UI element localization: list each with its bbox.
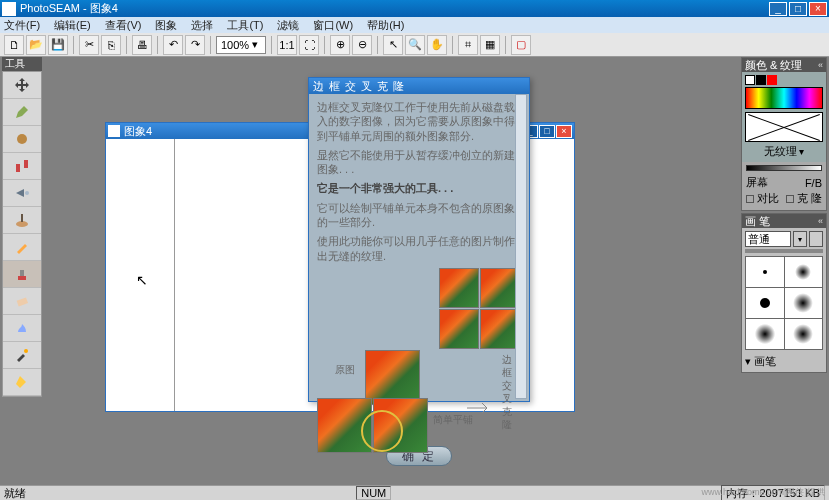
dialog-text-3: 它是一个非常强大的工具. . .	[317, 181, 521, 195]
tool-panel-header: 工具	[2, 57, 42, 71]
brush-mode-dropdown-icon[interactable]: ▾	[793, 231, 807, 247]
workspace: 工具 图象4 _ □ × ↖	[0, 57, 829, 485]
pointer-button[interactable]: ↖	[383, 35, 403, 55]
highlight-circle-icon	[361, 410, 403, 452]
svg-rect-1	[16, 164, 20, 172]
tool-airbrush[interactable]	[3, 180, 41, 207]
print-button[interactable]: 🖶	[132, 35, 152, 55]
contrast-checkbox[interactable]	[746, 195, 754, 203]
svg-point-3	[25, 191, 29, 195]
app-title: PhotoSEAM - 图象4	[20, 1, 118, 16]
right-panels: 颜色 & 纹理« 无纹理 ▾ 屏幕F/B 对比克 隆 画 笔«	[741, 57, 827, 373]
menu-select[interactable]: 选择	[191, 18, 213, 33]
menu-file[interactable]: 文件(F)	[4, 18, 40, 33]
sample-tile-3	[439, 309, 479, 349]
open-button[interactable]: 📂	[26, 35, 46, 55]
brush-preset-5[interactable]	[746, 319, 784, 349]
texture-preview[interactable]	[745, 112, 823, 142]
window-buttons: _ □ ×	[769, 2, 827, 16]
sample-tile-2	[480, 268, 520, 308]
panel-collapse-icon[interactable]: «	[818, 60, 823, 70]
brush-preset-1[interactable]	[746, 257, 784, 287]
brush-size-slider[interactable]	[745, 249, 823, 253]
tool-fill[interactable]	[3, 369, 41, 396]
zoom-fit-button[interactable]: ⛶	[299, 35, 319, 55]
cut-button[interactable]: ✂	[79, 35, 99, 55]
dialog-scrollbar[interactable]	[515, 94, 527, 399]
tool-pen[interactable]	[3, 99, 41, 126]
close-button[interactable]: ×	[809, 2, 827, 16]
swatch-black[interactable]	[756, 75, 766, 85]
sample-original	[365, 350, 420, 405]
zoom-out-button[interactable]: ⊖	[352, 35, 372, 55]
redo-button[interactable]: ↷	[185, 35, 205, 55]
brush-section-label[interactable]: 画笔	[754, 355, 776, 367]
svg-rect-6	[18, 276, 26, 280]
brightness-slider[interactable]	[746, 165, 822, 171]
minimize-button[interactable]: _	[769, 2, 787, 16]
grid-button[interactable]: ▦	[480, 35, 500, 55]
dialog-titlebar[interactable]: 边 框 交 叉 克 隆	[309, 78, 529, 94]
zoom-11-button[interactable]: 1:1	[277, 35, 297, 55]
svg-rect-2	[24, 160, 28, 168]
tool-eraser[interactable]	[3, 288, 41, 315]
zoom-select[interactable]: 100% ▾	[216, 36, 266, 54]
brush-preset-6[interactable]	[785, 319, 823, 349]
svg-point-9	[24, 349, 28, 353]
brush-preset-3[interactable]	[746, 288, 784, 318]
hand-button[interactable]: ✋	[427, 35, 447, 55]
dialog-text-4: 它可以绘制平铺单元本身不包含的原图象的一些部分.	[317, 201, 521, 230]
tool-brush-soft[interactable]	[3, 126, 41, 153]
tool-stamp[interactable]	[3, 261, 41, 288]
dialog-text-1: 边框交叉克隆仅工作于使用先前从磁盘载入的数字图像，因为它需要从原图象中得到平铺单…	[317, 100, 521, 143]
menu-tools[interactable]: 工具(T)	[227, 18, 263, 33]
zoom-in-button[interactable]: ⊕	[330, 35, 350, 55]
menu-help[interactable]: 帮助(H)	[367, 18, 404, 33]
swatch-white[interactable]	[745, 75, 755, 85]
fb-label: F/B	[805, 177, 822, 189]
new-button[interactable]: 🗋	[4, 35, 24, 55]
status-num: NUM	[356, 486, 391, 500]
contrast-label: 对比	[757, 192, 779, 204]
tool-paint[interactable]	[3, 207, 41, 234]
child-maximize-button[interactable]: □	[539, 125, 555, 138]
brush-panel-collapse-icon[interactable]: «	[818, 216, 823, 226]
dialog-text-2: 显然它不能使用于从暂存缓冲创立的新建图象. . .	[317, 148, 521, 177]
record-button[interactable]: ▢	[511, 35, 531, 55]
clone-label: 克 隆	[797, 192, 822, 204]
crop-button[interactable]: ⌗	[458, 35, 478, 55]
menu-window[interactable]: 窗口(W)	[313, 18, 353, 33]
tool-smudge[interactable]	[3, 315, 41, 342]
cross-clone-dialog: 边 框 交 叉 克 隆 边框交叉克隆仅工作于使用先前从磁盘载入的数字图像，因为它…	[308, 77, 530, 402]
menu-edit[interactable]: 编辑(E)	[54, 18, 91, 33]
menu-image[interactable]: 图象	[155, 18, 177, 33]
brush-mode-select[interactable]: 普通	[745, 231, 791, 247]
maximize-button[interactable]: □	[789, 2, 807, 16]
tool-color-picker[interactable]	[3, 342, 41, 369]
undo-button[interactable]: ↶	[163, 35, 183, 55]
status-ready: 就绪	[4, 486, 26, 501]
tool-clone[interactable]	[3, 153, 41, 180]
svg-point-0	[17, 134, 27, 144]
swatch-red[interactable]	[767, 75, 777, 85]
copy-button[interactable]: ⎘	[101, 35, 121, 55]
color-swatches	[745, 75, 823, 85]
brush-mode-extra-button[interactable]	[809, 231, 823, 247]
app-icon	[2, 2, 16, 16]
svg-rect-7	[20, 270, 24, 276]
menubar: 文件(F) 编辑(E) 查看(V) 图象 选择 工具(T) 滤镜 窗口(W) 帮…	[0, 17, 829, 33]
menu-view[interactable]: 查看(V)	[105, 18, 142, 33]
no-texture-label: 无纹理	[764, 145, 797, 157]
brush-preset-4[interactable]	[785, 288, 823, 318]
tool-move[interactable]	[3, 72, 41, 99]
brush-preset-2[interactable]	[785, 257, 823, 287]
brush-panel: 画 笔« 普通 ▾ ▾ 画笔	[741, 213, 827, 373]
save-button[interactable]: 💾	[48, 35, 68, 55]
clone-checkbox[interactable]	[786, 195, 794, 203]
child-close-button[interactable]: ×	[556, 125, 572, 138]
magnify-button[interactable]: 🔍	[405, 35, 425, 55]
menu-filter[interactable]: 滤镜	[277, 18, 299, 33]
tool-panel: 工具	[2, 57, 42, 397]
color-spectrum[interactable]	[745, 87, 823, 109]
tool-pencil[interactable]	[3, 234, 41, 261]
